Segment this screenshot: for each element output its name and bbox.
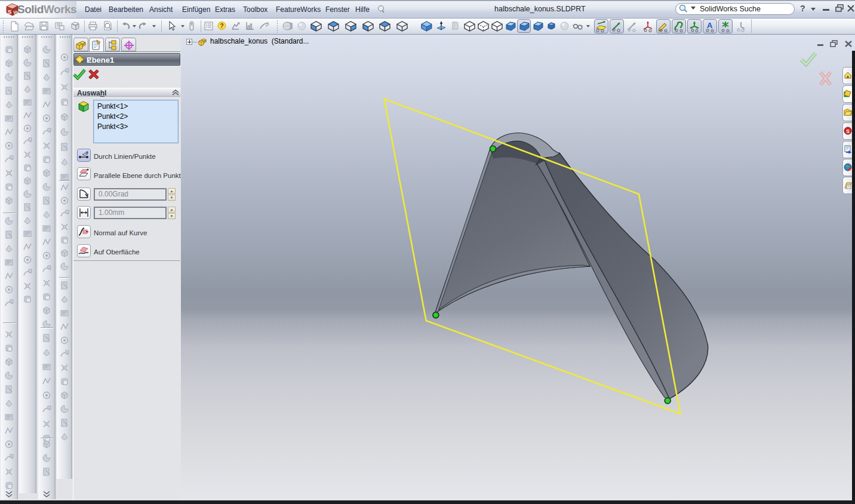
svg-text:A: A — [707, 21, 713, 30]
svg-text:S: S — [846, 128, 850, 134]
svg-text:?: ? — [220, 23, 223, 29]
svg-text:S: S — [8, 9, 11, 15]
